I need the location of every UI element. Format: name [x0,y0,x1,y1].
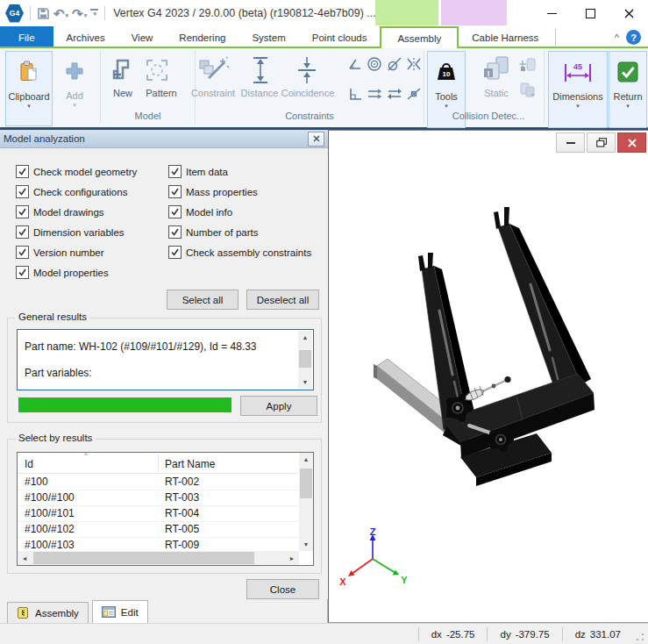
table-row[interactable]: #100/#101RT-004 [18,505,298,522]
checkbox-mass-properties[interactable]: Mass properties [168,185,258,198]
angle-constraint-button[interactable] [347,57,363,73]
dialog-titlebar[interactable]: Model analyzation [0,130,328,148]
return-button[interactable]: Return ▾ [609,51,647,128]
close-button[interactable] [609,0,648,26]
scroll-left-arrow[interactable]: ◄ [18,551,32,565]
apply-button[interactable]: Apply [240,396,317,416]
new-label[interactable]: New [103,88,142,98]
tab-view[interactable]: View [118,26,167,48]
titlebar: G4 ↶▾ ↷▾ ▾ Vertex G4 2023 / 29.0.00 (bet… [0,0,648,26]
viewport-restore-button[interactable] [587,132,616,153]
scrollbar-thumb[interactable] [299,350,311,368]
collision-move-button[interactable] [519,82,537,99]
checkbox-check-model-geometry[interactable]: Check model geometry [16,165,137,178]
opposed-constraint-button[interactable] [387,87,402,103]
undo-button[interactable]: ↶▾ [53,7,68,20]
new-icon [109,57,135,83]
save-button[interactable] [37,7,50,20]
scroll-down-arrow[interactable]: ▼ [299,538,313,551]
return-dropdown-icon: ▾ [626,103,630,110]
tab-assembly[interactable]: Assembly [380,26,459,48]
scroll-right-arrow[interactable]: ► [285,551,299,565]
tab-cable-harness[interactable]: Cable Harness [459,26,552,48]
checkbox-check-configurations[interactable]: Check configurations [16,185,127,198]
results-table: ^ Id Part Name #100RT-002 #100/#100RT-00… [17,452,314,566]
redo-dropdown-icon[interactable]: ▾ [84,12,88,20]
scroll-up-arrow[interactable]: ▲ [299,453,313,466]
symmetry-constraint-button[interactable] [406,57,422,73]
checkbox-number-of-parts[interactable]: Number of parts [168,225,258,239]
collapse-ribbon-button[interactable]: ^ [608,26,626,48]
table-row[interactable]: #100/#100RT-003 [18,490,298,506]
tab-rendering[interactable]: Rendering [166,26,239,48]
scrollbar-thumb[interactable] [300,469,312,498]
pattern-label[interactable]: Pattern [139,88,184,98]
results-vertical-scrollbar[interactable]: ▲ ▼ [298,331,312,389]
customize-quick-access-button[interactable]: ▾ [90,9,98,18]
general-results-textarea[interactable]: Part name: WH-102 (#109/#101/#129), Id =… [17,329,314,390]
help-button[interactable]: ? [626,30,641,45]
minimize-button[interactable] [532,0,571,26]
checkbox-model-properties[interactable]: Model properties [16,266,109,279]
coincidence-label[interactable]: Coincidence [277,88,338,98]
checkbox-icon [168,205,182,218]
scroll-down-arrow[interactable]: ▼ [298,376,312,389]
maximize-button[interactable] [571,0,609,26]
constraint-icon [198,55,230,83]
close-dialog-button[interactable]: Close [246,579,319,599]
skew-constraint-button[interactable] [406,87,422,103]
close-icon [313,135,320,142]
clipboard-button[interactable]: Clipboard ▾ [5,51,53,126]
pattern-button[interactable] [144,57,170,85]
table-row[interactable]: #100/#102RT-005 [18,521,298,538]
checkbox-model-drawings[interactable]: Model drawings [16,205,104,218]
doc-tab-edit[interactable]: Edit [92,600,148,623]
parallel-constraint-button[interactable] [367,87,382,103]
scroll-up-arrow[interactable]: ▲ [298,331,312,344]
scrollbar-thumb[interactable] [33,552,254,564]
redo-button[interactable]: ↷▾ [72,7,87,20]
3d-viewport[interactable]: Z X Y [328,130,648,623]
tangent-constraint-button[interactable] [387,56,402,74]
tab-file[interactable]: File [0,26,53,48]
deselect-all-button[interactable]: Deselect all [246,290,319,310]
doc-tab-assembly[interactable]: Assembly [7,602,89,623]
checkbox-model-info[interactable]: Model info [168,205,232,218]
column-header-part-name[interactable]: Part Name [165,458,215,470]
application-window: G4 ↶▾ ↷▾ ▾ Vertex G4 2023 / 29.0.00 (bet… [0,0,648,644]
checkbox-dimension-variables[interactable]: Dimension variables [16,225,125,239]
dimensions-button[interactable]: 45 Dimensions ▾ [548,51,608,128]
maximize-icon [586,9,595,18]
return-checkmark-icon [617,61,638,82]
column-divider[interactable] [158,454,159,471]
table-header[interactable]: ^ Id Part Name [18,453,298,474]
table-vertical-scrollbar[interactable]: ▲ ▼ [299,453,313,551]
concentric-constraint-button[interactable] [367,56,382,74]
column-header-id[interactable]: Id [25,458,33,470]
viewport-close-button[interactable] [617,132,646,153]
checkbox-item-data[interactable]: Item data [168,165,228,178]
coincidence-button[interactable] [296,55,317,87]
constraint-label[interactable]: Constraint [186,88,240,98]
table-horizontal-scrollbar[interactable]: ◄ ► [18,551,299,565]
select-all-button[interactable]: Select all [167,290,239,310]
checkbox-version-number[interactable]: Version number [16,246,104,259]
tab-archives[interactable]: Archives [53,26,118,48]
perpendicular-constraint-icon [347,87,363,101]
table-row[interactable]: #100RT-002 [18,474,298,490]
add-button[interactable]: Add ▾ [54,51,95,125]
resize-grip[interactable] [635,632,645,642]
tab-system[interactable]: System [239,26,298,48]
app-logo-icon[interactable]: G4 [5,4,24,23]
constraint-button[interactable] [198,55,230,85]
distance-button[interactable] [251,55,270,87]
checkbox-check-assembly-constraints[interactable]: Check assembly constraints [168,246,311,259]
dialog-close-button[interactable] [308,132,324,147]
viewport-minimize-button[interactable] [556,132,585,153]
tab-point-clouds[interactable]: Point clouds [299,26,381,48]
perpendicular-constraint-button[interactable] [347,87,363,103]
collision-check-button[interactable] [519,57,537,75]
undo-dropdown-icon[interactable]: ▾ [66,12,69,20]
new-button[interactable] [109,57,135,85]
static-button[interactable]: ! [481,55,514,83]
